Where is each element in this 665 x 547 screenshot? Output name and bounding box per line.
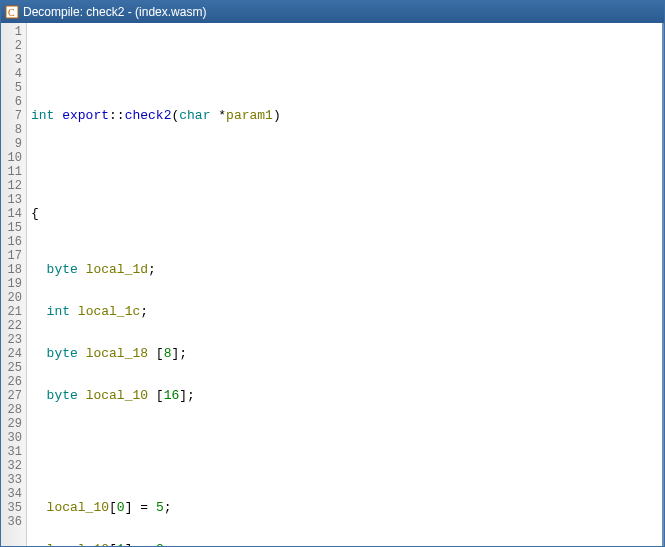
line-number: 3 bbox=[1, 53, 26, 67]
line-number: 16 bbox=[1, 235, 26, 249]
line-number: 8 bbox=[1, 123, 26, 137]
line-number: 9 bbox=[1, 137, 26, 151]
titlebar[interactable]: C Decompile: check2 - (index.wasm) bbox=[1, 1, 664, 23]
line-number: 13 bbox=[1, 193, 26, 207]
code-line: int export::check2(char *param1) bbox=[31, 109, 664, 123]
code-line: { bbox=[31, 207, 664, 221]
line-number: 25 bbox=[1, 361, 26, 375]
app-icon: C bbox=[5, 5, 19, 19]
line-number: 21 bbox=[1, 305, 26, 319]
line-number: 19 bbox=[1, 277, 26, 291]
code-line: local_10[1] = 0xaa; bbox=[31, 543, 664, 546]
line-number: 1 bbox=[1, 25, 26, 39]
line-number: 11 bbox=[1, 165, 26, 179]
line-number: 12 bbox=[1, 179, 26, 193]
line-number: 22 bbox=[1, 319, 26, 333]
code-line bbox=[31, 165, 664, 179]
line-number: 17 bbox=[1, 249, 26, 263]
line-number: 28 bbox=[1, 403, 26, 417]
editor-area: 1234567891011121314151617181920212223242… bbox=[1, 23, 664, 546]
line-number-gutter: 1234567891011121314151617181920212223242… bbox=[1, 23, 27, 546]
line-number: 34 bbox=[1, 487, 26, 501]
line-number: 27 bbox=[1, 389, 26, 403]
line-number: 30 bbox=[1, 431, 26, 445]
line-number: 6 bbox=[1, 95, 26, 109]
decompile-window: C Decompile: check2 - (index.wasm) 12345… bbox=[0, 0, 665, 547]
code-view[interactable]: int export::check2(char *param1) { byte … bbox=[27, 23, 664, 546]
line-number: 7 bbox=[1, 109, 26, 123]
line-number: 29 bbox=[1, 417, 26, 431]
code-line: byte local_1d; bbox=[31, 263, 664, 277]
line-number: 10 bbox=[1, 151, 26, 165]
line-number: 31 bbox=[1, 445, 26, 459]
line-number: 26 bbox=[1, 375, 26, 389]
svg-text:C: C bbox=[8, 7, 15, 18]
line-number: 32 bbox=[1, 459, 26, 473]
line-number: 24 bbox=[1, 347, 26, 361]
line-number: 2 bbox=[1, 39, 26, 53]
line-number: 20 bbox=[1, 291, 26, 305]
code-line: byte local_18 [8]; bbox=[31, 347, 664, 361]
code-line: local_10[0] = 5; bbox=[31, 501, 664, 515]
code-line: byte local_10 [16]; bbox=[31, 389, 664, 403]
code-line: int local_1c; bbox=[31, 305, 664, 319]
line-number: 4 bbox=[1, 67, 26, 81]
line-number: 5 bbox=[1, 81, 26, 95]
line-number: 33 bbox=[1, 473, 26, 487]
line-number: 18 bbox=[1, 263, 26, 277]
line-number: 35 bbox=[1, 501, 26, 515]
code-line bbox=[31, 445, 664, 459]
line-number: 14 bbox=[1, 207, 26, 221]
window-title: Decompile: check2 - (index.wasm) bbox=[23, 5, 206, 19]
line-number: 15 bbox=[1, 221, 26, 235]
line-number: 23 bbox=[1, 333, 26, 347]
line-number: 36 bbox=[1, 515, 26, 529]
code-line bbox=[31, 53, 664, 67]
right-border bbox=[662, 23, 664, 546]
